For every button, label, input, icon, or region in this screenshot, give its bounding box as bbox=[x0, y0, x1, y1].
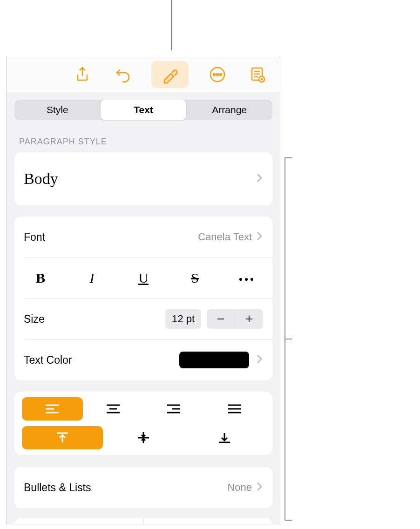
svg-point-2 bbox=[217, 74, 218, 75]
valign-bottom-button[interactable] bbox=[184, 426, 265, 449]
chevron-right-icon bbox=[256, 172, 263, 185]
align-center-button[interactable] bbox=[83, 397, 144, 420]
size-increase-button[interactable]: + bbox=[235, 311, 263, 327]
size-row: Size 12 pt − + bbox=[14, 298, 272, 339]
more-button[interactable] bbox=[206, 63, 229, 86]
alignment-card bbox=[14, 392, 272, 455]
tab-text[interactable]: Text bbox=[101, 100, 187, 120]
app-toolbar bbox=[7, 57, 280, 92]
text-style-row: B I U S bbox=[14, 258, 272, 298]
size-value[interactable]: 12 pt bbox=[165, 309, 201, 329]
tab-style[interactable]: Style bbox=[14, 100, 101, 120]
text-color-row[interactable]: Text Color bbox=[14, 339, 272, 380]
increase-indent-button[interactable] bbox=[143, 518, 273, 524]
valign-top-button[interactable] bbox=[22, 426, 103, 449]
bold-button[interactable]: B bbox=[27, 270, 54, 286]
chevron-right-icon bbox=[256, 231, 263, 244]
bullets-value: None bbox=[227, 482, 252, 494]
presenter-notes-button[interactable] bbox=[246, 63, 269, 86]
svg-point-9 bbox=[261, 78, 263, 81]
align-justify-button[interactable] bbox=[204, 397, 265, 420]
chevron-right-icon bbox=[256, 353, 263, 366]
svg-point-10 bbox=[239, 278, 242, 281]
text-color-label: Text Color bbox=[24, 354, 179, 366]
callout-line-top bbox=[171, 0, 172, 50]
tab-arrange[interactable]: Arrange bbox=[186, 100, 272, 120]
size-decrease-button[interactable]: − bbox=[207, 311, 235, 327]
format-panel: Style Text Arrange PARAGRAPH STYLE Body … bbox=[7, 57, 280, 524]
size-label: Size bbox=[24, 313, 165, 326]
size-stepper: − + bbox=[207, 309, 263, 329]
more-text-options-button[interactable] bbox=[232, 270, 260, 286]
font-value: Canela Text bbox=[198, 231, 252, 243]
vertical-align-row bbox=[22, 426, 265, 449]
svg-point-11 bbox=[245, 278, 248, 281]
underline-button[interactable]: U bbox=[129, 270, 157, 286]
tab-arrange-label: Arrange bbox=[212, 104, 247, 115]
section-header-paragraph-style: PARAGRAPH STYLE bbox=[7, 120, 280, 152]
italic-button[interactable]: I bbox=[78, 270, 106, 286]
bullets-card: Bullets & Lists None bbox=[14, 467, 272, 508]
share-button[interactable] bbox=[71, 63, 94, 86]
valign-middle-button[interactable] bbox=[103, 426, 184, 449]
text-color-swatch bbox=[179, 352, 249, 368]
font-label: Font bbox=[24, 231, 198, 244]
bullets-label: Bullets & Lists bbox=[24, 482, 227, 494]
format-button[interactable] bbox=[151, 61, 189, 88]
svg-point-12 bbox=[251, 278, 253, 281]
decrease-indent-button[interactable] bbox=[14, 518, 143, 524]
paragraph-style-card: Body bbox=[14, 152, 272, 205]
font-card: Font Canela Text B I U S Size 12 pt − bbox=[14, 217, 272, 380]
paragraph-style-value: Body bbox=[24, 170, 256, 188]
tab-text-label: Text bbox=[134, 104, 153, 115]
format-tabs: Style Text Arrange bbox=[7, 92, 280, 120]
indent-card bbox=[14, 518, 272, 524]
tab-style-label: Style bbox=[47, 104, 68, 115]
align-left-button[interactable] bbox=[22, 397, 83, 420]
horizontal-align-row bbox=[22, 397, 265, 420]
callout-bracket-side bbox=[285, 157, 292, 521]
svg-point-1 bbox=[213, 74, 215, 75]
strikethrough-button[interactable]: S bbox=[181, 270, 209, 286]
chevron-right-icon bbox=[256, 481, 263, 494]
svg-point-3 bbox=[220, 74, 222, 75]
bullets-row[interactable]: Bullets & Lists None bbox=[14, 467, 272, 508]
paragraph-style-row[interactable]: Body bbox=[14, 152, 272, 205]
undo-button[interactable] bbox=[111, 63, 134, 86]
font-row[interactable]: Font Canela Text bbox=[14, 217, 272, 258]
align-right-button[interactable] bbox=[143, 397, 204, 420]
